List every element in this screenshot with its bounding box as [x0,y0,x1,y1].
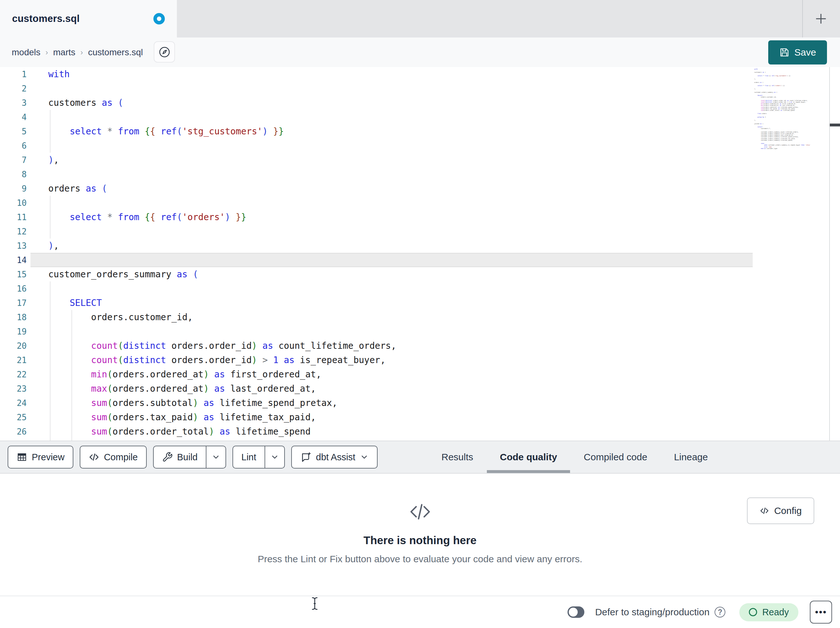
navigate-file-button[interactable] [154,41,175,63]
code-text: ), [48,155,59,165]
breadcrumb-separator: › [75,48,88,57]
tab-compiled-code[interactable]: Compiled code [584,441,647,473]
config-button-label: Config [774,505,802,516]
code-line-21[interactable]: 21 count(distinct orders.order_id) > 1 a… [0,353,840,367]
save-button[interactable]: Save [768,40,827,65]
code-line-8[interactable]: 8 [0,167,840,181]
code-line-5[interactable]: 5 select * from {{ ref('stg_customers') … [0,124,840,139]
line-number: 7 [0,155,27,165]
code-line-7[interactable]: 7), [0,153,840,167]
code-line-24[interactable]: 24 sum(orders.subtotal) as lifetime_spen… [0,396,840,410]
code-brackets-icon [759,506,769,516]
tab-code-quality[interactable]: Code quality [500,441,557,473]
code-line-3[interactable]: 3customers as ( [0,96,840,110]
code-line-6[interactable]: 6 [0,139,840,153]
status-circle-icon [749,608,757,616]
new-tab-button[interactable] [811,9,831,29]
code-line-9[interactable]: 9orders as ( [0,181,840,196]
defer-label: Defer to staging/production [595,607,709,617]
ready-status-label: Ready [762,607,789,617]
tab-results[interactable]: Results [441,441,473,473]
chevron-down-icon [360,452,369,462]
code-text: orders as ( [48,183,107,194]
build-button[interactable]: Build [153,446,226,468]
code-line-4[interactable]: 4 [0,110,840,124]
build-dropdown-button[interactable] [207,446,226,468]
empty-state-title: There is nothing here [364,534,477,547]
line-number: 5 [0,127,27,136]
code-line-11[interactable]: 11 select * from {{ ref('orders') }} [0,210,840,224]
code-line-1[interactable]: 1with [0,67,840,81]
line-number: 23 [0,384,27,394]
breadcrumb-item-models[interactable]: models [12,47,40,57]
code-line-12[interactable]: 12 [0,224,840,239]
line-number: 19 [0,327,27,336]
code-line-20[interactable]: 20 count(distinct orders.order_id) as co… [0,339,840,353]
chevron-down-icon [212,452,220,462]
code-text: count(distinct orders.order_id) > 1 as i… [48,355,385,365]
editor-scrollbar-thumb[interactable] [830,123,840,127]
results-tab-bar: ResultsCode qualityCompiled codeLineage [441,441,708,473]
save-button-label: Save [794,47,816,58]
tab-bar-divider [802,0,803,38]
code-line-10[interactable]: 10 [0,196,840,210]
code-line-14[interactable]: 14 [0,253,840,267]
code-line-16[interactable]: 16 [0,282,840,296]
code-line-26[interactable]: 26 sum(orders.order_total) as lifetime_s… [0,424,840,439]
line-number: 13 [0,241,27,251]
more-options-button[interactable]: ••• [810,601,832,623]
code-line-17[interactable]: 17 SELECT [0,296,840,310]
line-number: 3 [0,98,27,108]
code-quality-panel: There is nothing here Press the Lint or … [0,474,840,596]
code-text: SELECT [48,297,102,308]
code-line-2[interactable]: 2 [0,81,840,96]
breadcrumb-item-marts[interactable]: marts [53,47,75,57]
editor-minimap[interactable]: with customers as ( select * from {{ ref… [754,68,810,151]
code-brackets-icon [408,500,432,524]
code-line-23[interactable]: 23 max(orders.ordered_at) as last_ordere… [0,381,840,396]
code-line-25[interactable]: 25 sum(orders.tax_paid) as lifetime_tax_… [0,410,840,424]
code-text: ), [48,240,59,251]
help-icon[interactable]: ? [715,607,725,617]
code-line-19[interactable]: 19 [0,324,840,339]
toolbar-buttons: Preview Compile Build [8,441,377,473]
ready-status-badge[interactable]: Ready [739,603,798,621]
code-text: orders.customer_id, [48,312,193,323]
lint-button[interactable]: Lint [232,446,285,468]
dbt-assist-button-label: dbt Assist [316,452,355,462]
code-line-13[interactable]: 13), [0,239,840,253]
defer-toggle[interactable] [567,606,584,618]
line-number: 21 [0,356,27,365]
code-text: customer_orders_summary as ( [48,269,198,280]
line-number: 9 [0,184,27,193]
preview-button-label: Preview [32,452,65,462]
dbt-assist-button[interactable]: dbt Assist [291,446,377,468]
chat-sparkle-icon [300,451,311,463]
compile-button[interactable]: Compile [80,446,147,468]
line-number: 8 [0,169,27,179]
lint-dropdown-button[interactable] [265,446,284,468]
code-line-22[interactable]: 22 min(orders.ordered_at) as first_order… [0,367,840,381]
line-number: 24 [0,398,27,408]
code-text: select * from {{ ref('stg_customers') }} [48,126,284,137]
code-line-15[interactable]: 15customer_orders_summary as ( [0,267,840,282]
status-bar: Defer to staging/production ? Ready ••• [0,596,840,628]
line-number: 10 [0,198,27,208]
code-editor[interactable]: 1with23customers as (45 select * from {{… [0,67,840,441]
editor-toolbar: Preview Compile Build [0,441,840,474]
config-button[interactable]: Config [747,497,814,524]
compile-button-label: Compile [104,452,137,462]
breadcrumb: models›marts›customers.sql [12,38,143,67]
line-number: 6 [0,141,27,150]
code-line-18[interactable]: 18 orders.customer_id, [0,310,840,324]
line-number: 25 [0,413,27,422]
tab-lineage[interactable]: Lineage [674,441,708,473]
chevron-down-icon [270,452,279,462]
tab-bar: customers.sql [0,0,840,38]
file-tab-customers-sql[interactable]: customers.sql [0,0,177,38]
breadcrumb-item-customers-sql[interactable]: customers.sql [88,47,143,57]
preview-button[interactable]: Preview [8,446,73,468]
line-number: 1 [0,70,27,79]
code-text: sum(orders.tax_paid) as lifetime_tax_pai… [48,412,316,422]
plus-icon [814,11,828,26]
